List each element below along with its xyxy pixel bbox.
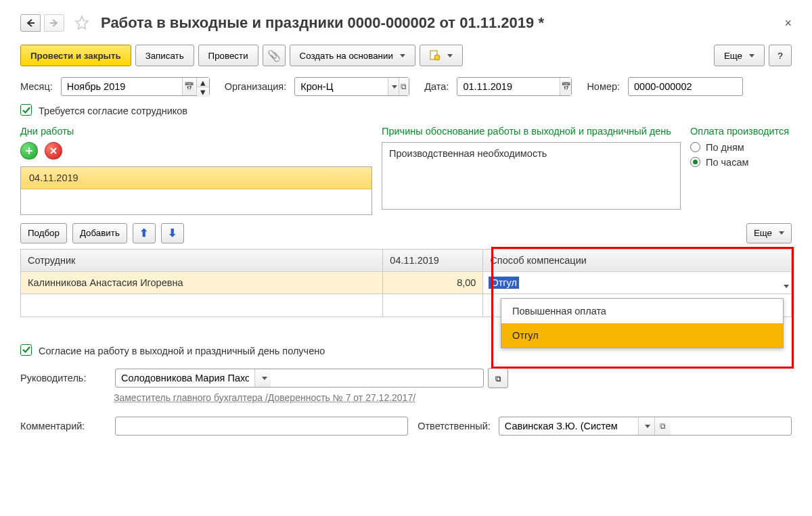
manager-note-link[interactable]: Заместитель главного бухгалтера /Доверен… [114,392,415,403]
month-input[interactable] [62,78,182,95]
chevron-down-icon [749,54,754,57]
submit-button[interactable]: Провести [198,45,258,66]
arrow-right-icon [49,19,59,27]
manager-open-button[interactable] [488,368,508,388]
add-day-button[interactable] [20,142,38,160]
col-compensation[interactable]: Способ компенсации [483,249,792,271]
cell-dropdown-button[interactable] [781,276,789,298]
comment-field[interactable] [115,417,408,436]
consent-required-row[interactable]: Требуется согласие сотрудников [20,104,792,116]
close-icon[interactable]: × [784,16,792,30]
dropdown-icon[interactable] [388,78,399,95]
open-icon [495,373,501,383]
work-days-list[interactable]: 04.11.2019 [20,166,372,215]
comment-input[interactable] [116,417,254,435]
comment-label: Комментарий: [20,421,107,431]
checkbox-checked-icon[interactable] [20,104,32,116]
calendar-icon[interactable] [560,78,571,95]
svg-point-3 [434,55,440,60]
reason-textarea[interactable]: Производственная необходимость [382,142,681,210]
table-more-button[interactable]: Еще [746,223,792,243]
consent-received-label: Согласие на работу в выходной и празднич… [39,345,325,356]
compensation-value: Отгул [489,277,519,289]
arrow-down-icon: ⬇ [168,227,177,239]
pick-button[interactable]: Подбор [20,223,67,243]
table-row[interactable]: Калинникова Анастасия Игоревна 8,00 Отгу… [21,271,792,294]
chevron-down-icon [784,285,789,288]
col-employee[interactable]: Сотрудник [21,249,383,271]
cell-compensation[interactable]: Отгул [483,271,792,294]
compensation-dropdown[interactable]: Повышенная оплата Отгул [501,298,784,348]
manager-field[interactable] [115,369,484,388]
payment-by-hours-radio[interactable]: По часам [690,157,792,168]
number-field[interactable] [628,77,743,96]
cell-employee[interactable]: Калинникова Анастасия Игоревна [21,271,383,294]
submit-close-button[interactable]: Провести и закрыть [20,45,131,66]
dropdown-option-increased-pay[interactable]: Повышенная оплата [501,299,783,323]
help-button[interactable]: ? [769,45,792,66]
manager-label: Руководитель: [20,373,107,383]
document-gear-icon [430,50,441,61]
col-date[interactable]: 04.11.2019 [383,249,483,271]
move-down-button[interactable]: ⬇ [161,223,184,243]
manager-input[interactable] [116,369,254,387]
checkbox-checked-icon[interactable] [20,344,32,356]
remove-day-button[interactable] [45,142,62,160]
radio-checked-icon [690,157,700,167]
month-field[interactable]: ▴▾ [61,77,210,96]
add-row-button[interactable]: Добавить [72,223,127,243]
paperclip-icon [267,49,281,62]
create-from-button[interactable]: Создать на основании [290,45,415,66]
work-days-title: Дни работы [20,126,372,137]
date-label: Дата: [424,81,449,92]
doc-action-button[interactable] [420,45,463,66]
move-up-button[interactable]: ⬆ [133,223,156,243]
dropdown-icon[interactable] [638,417,654,435]
payment-by-days-radio[interactable]: По дням [690,142,792,153]
org-field[interactable] [294,77,409,96]
month-label: Месяц: [20,81,53,92]
plus-icon [25,147,33,155]
save-button[interactable]: Записать [135,45,194,66]
org-label: Организация: [225,81,286,92]
number-label: Номер: [587,81,620,92]
chevron-down-icon [779,231,784,235]
reason-title: Причины обоснование работы в выходной и … [382,126,681,137]
attach-button[interactable] [263,45,286,66]
responsible-input[interactable] [499,417,638,435]
more-button[interactable]: Еще [714,45,765,66]
arrow-up-icon: ⬆ [139,227,148,239]
open-icon[interactable] [654,417,671,435]
nav-back-button[interactable] [20,14,41,32]
date-input[interactable] [457,78,560,95]
payment-title: Оплата производится [690,126,792,137]
favorite-star-icon[interactable] [72,14,91,32]
cross-icon [49,147,58,155]
responsible-field[interactable] [499,417,792,436]
number-input[interactable] [629,78,742,95]
consent-required-label: Требуется согласие сотрудников [39,105,187,116]
nav-forward-button[interactable] [44,14,64,32]
calendar-icon[interactable] [182,78,196,95]
org-input[interactable] [295,78,388,95]
work-day-item[interactable]: 04.11.2019 [21,167,371,189]
month-spinner[interactable]: ▴▾ [196,78,209,95]
arrow-left-icon [26,19,35,27]
chevron-down-icon [400,54,405,57]
dropdown-option-dayoff[interactable]: Отгул [501,323,783,348]
radio-unchecked-icon [690,142,700,152]
responsible-label: Ответственный: [418,421,491,431]
cell-hours[interactable]: 8,00 [383,271,483,294]
chevron-down-icon [447,54,453,57]
date-field[interactable] [457,77,572,96]
open-icon[interactable] [399,78,409,95]
page-title: Работа в выходные и праздники 0000-00000… [101,14,544,32]
dropdown-icon[interactable] [254,369,271,387]
